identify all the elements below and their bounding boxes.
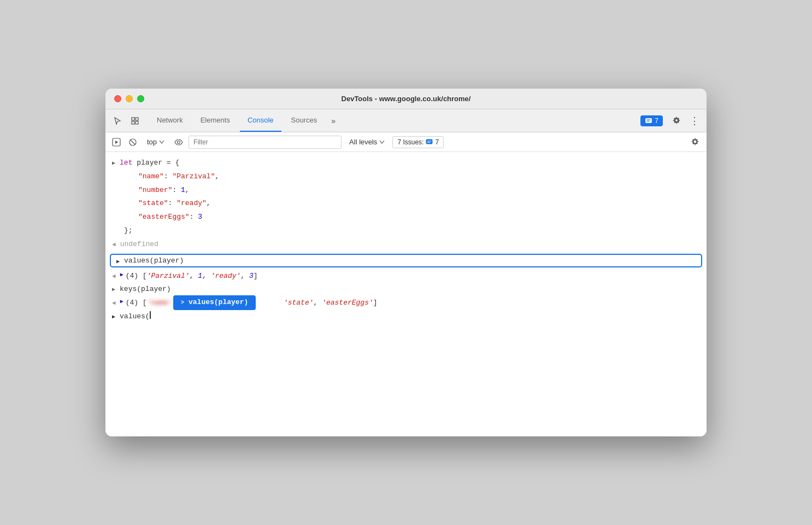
run-snippet-icon[interactable] [110, 136, 123, 149]
tab-sources[interactable]: Sources [284, 109, 325, 132]
clear-console-icon[interactable] [126, 136, 139, 149]
close-button[interactable] [114, 95, 121, 102]
console-line-let: ▶ let player = { [105, 156, 707, 170]
more-options-btn[interactable]: ⋮ [687, 113, 702, 129]
issues-icon [645, 117, 652, 125]
tab-bar: Network Elements Console Sources » 7 ⋮ [105, 109, 707, 132]
expand-chevron-2[interactable]: ▶ [116, 258, 120, 265]
input-cursor [150, 311, 151, 319]
console-line-keys: ▶ keys(player) [105, 283, 707, 296]
levels-label: All levels [349, 138, 377, 146]
console-settings-icon[interactable] [689, 136, 702, 149]
minimize-button[interactable] [126, 95, 133, 102]
settings-icon-btn[interactable] [669, 113, 685, 129]
context-label: top [147, 138, 157, 146]
console-output: ▶ let player = { "name": "Parzival", "nu… [105, 152, 707, 436]
svg-rect-10 [426, 139, 433, 144]
svg-rect-3 [136, 121, 138, 124]
console-line-number: "number": 1, [105, 184, 707, 197]
filter-input[interactable] [189, 136, 342, 149]
maximize-button[interactable] [137, 95, 144, 102]
log-levels-selector[interactable]: All levels [345, 137, 389, 147]
devtools-window: DevTools - www.google.co.uk/chrome/ Netw… [105, 89, 707, 436]
highlighted-values-row: ▶ values(player) [110, 254, 702, 267]
array-expand-btn[interactable]: ▶ [120, 271, 123, 279]
autocomplete-arrow: > [181, 299, 184, 307]
tab-console[interactable]: Console [240, 109, 281, 132]
console-line-undefined: ◀ undefined [105, 238, 707, 252]
svg-line-8 [131, 140, 135, 144]
title-bar: DevTools - www.google.co.uk/chrome/ [105, 89, 707, 109]
expand-chevron[interactable]: ▶ [112, 159, 115, 168]
dropdown-arrow-icon [159, 140, 164, 144]
autocomplete-popup[interactable]: > values(player) [173, 295, 256, 310]
issues-toolbar-label: 7 Issues: [397, 138, 423, 146]
traffic-lights [114, 95, 144, 102]
autocomplete-suggestion: values(player) [189, 297, 248, 308]
levels-dropdown-icon [379, 140, 385, 144]
keys-array-expand-btn[interactable]: ▶ [120, 298, 123, 306]
svg-rect-4 [645, 118, 652, 123]
eye-icon-btn[interactable] [172, 136, 185, 149]
issues-toolbar-count: 7 [435, 138, 439, 146]
svg-rect-1 [136, 118, 138, 120]
console-line-name: "name": "Parzival", [105, 170, 707, 184]
tab-network[interactable]: Network [149, 109, 191, 132]
issues-toolbar-button[interactable]: 7 Issues: 7 [392, 136, 444, 148]
window-title: DevTools - www.google.co.uk/chrome/ [342, 95, 471, 103]
console-line-close: }; [105, 224, 707, 238]
inspect-icon-btn[interactable] [127, 113, 143, 129]
expand-chevron-4[interactable]: ▶ [112, 313, 115, 322]
console-line-easter: "easterEggs": 3 [105, 211, 707, 224]
console-line-input-values: ▶ values( [105, 310, 707, 324]
issues-small-icon [426, 138, 433, 145]
context-selector[interactable]: top [143, 137, 169, 147]
expand-chevron-3[interactable]: ▶ [112, 285, 115, 294]
svg-rect-0 [132, 118, 134, 120]
console-line-state: "state": "ready", [105, 197, 707, 211]
issues-count: 7 [655, 117, 658, 125]
svg-marker-6 [115, 141, 118, 144]
console-line-keys-result: ◀ ▶ (4) [ 'name', > values(player) 'stat… [105, 296, 707, 310]
console-line-array-result: ◀ ▶ (4) ['Parzival', 1, 'ready', 3] [105, 270, 707, 283]
tab-elements[interactable]: Elements [193, 109, 238, 132]
issues-badge[interactable]: 7 [640, 115, 663, 126]
console-toolbar: top All levels 7 Issues: 7 [105, 132, 707, 152]
svg-rect-2 [132, 121, 134, 124]
highlighted-input-container: ▶ values(player) [110, 254, 702, 267]
cursor-icon-btn[interactable] [110, 113, 125, 129]
more-tabs-button[interactable]: » [327, 114, 340, 127]
svg-point-9 [178, 141, 180, 143]
tab-bar-icons [110, 113, 143, 129]
